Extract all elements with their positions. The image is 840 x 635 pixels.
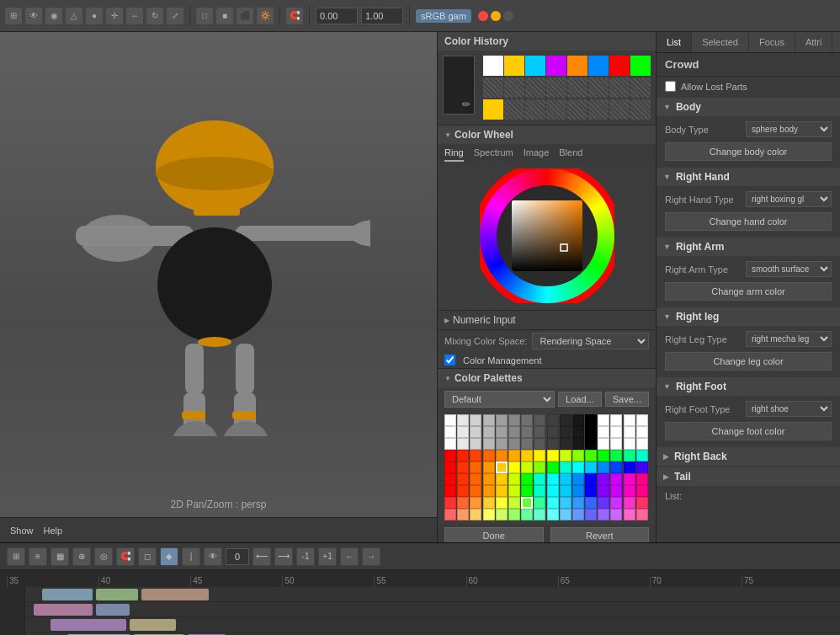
colorwheel-header[interactable]: ▼ Color Wheel — [438, 125, 656, 144]
allow-lost-parts-check[interactable] — [665, 81, 676, 92]
toolbar-icon-rotate[interactable]: ↻ — [146, 8, 163, 24]
right-hand-section-bar[interactable]: ▼ Right Hand — [657, 168, 840, 186]
pal-1-5[interactable] — [508, 426, 520, 438]
scale-input[interactable]: 1.00 — [361, 8, 403, 24]
toolbar-icon-snap[interactable]: 🧲 — [286, 8, 303, 24]
pal-1-2[interactable] — [470, 426, 481, 438]
pal-2-3[interactable] — [483, 438, 495, 450]
help-button[interactable]: Help — [40, 526, 66, 536]
pal-0-3[interactable] — [483, 414, 495, 426]
track-node-3[interactable] — [141, 589, 209, 600]
track-node-4[interactable] — [34, 604, 93, 616]
load-button[interactable]: Load... — [558, 392, 602, 407]
pal-7-7[interactable] — [534, 497, 545, 509]
pal-0-8[interactable] — [547, 414, 559, 426]
hist-empty-2[interactable] — [504, 77, 524, 98]
toolbar-icon-move[interactable]: ↔ — [126, 8, 143, 24]
pal-3-3[interactable] — [483, 450, 495, 462]
pal-8-12[interactable] — [598, 509, 609, 520]
transform-input[interactable]: 0.00 — [316, 8, 358, 24]
toolbar-icon-grid[interactable]: ⊞ — [5, 8, 22, 24]
pal-6-3[interactable] — [483, 485, 495, 497]
change-foot-color-button[interactable]: Change foot color — [665, 422, 832, 440]
hist-e10[interactable] — [525, 99, 545, 120]
pal-0-5[interactable] — [508, 414, 520, 426]
pal-2-0[interactable] — [444, 438, 456, 450]
done-button[interactable]: Done — [444, 527, 544, 542]
hist-e14[interactable] — [609, 99, 630, 120]
crowd-tab-list[interactable]: List — [657, 32, 692, 52]
pal-4-3[interactable] — [483, 462, 495, 473]
pal-0-13[interactable] — [610, 414, 622, 426]
pal-5-7[interactable] — [534, 473, 545, 485]
pal-5-9[interactable] — [560, 473, 572, 485]
track-node-6[interactable] — [51, 619, 126, 631]
pal-5-10[interactable] — [572, 473, 584, 485]
hist-green[interactable] — [630, 56, 651, 76]
pal-2-6[interactable] — [521, 438, 533, 450]
hist-empty-4[interactable] — [546, 77, 566, 98]
pal-7-11[interactable] — [585, 497, 597, 509]
traffic-yellow[interactable] — [491, 11, 501, 21]
pal-0-1[interactable] — [457, 414, 469, 426]
pal-1-11[interactable] — [585, 426, 597, 438]
pal-6-13[interactable] — [610, 485, 622, 497]
pal-7-10[interactable] — [572, 497, 584, 509]
pal-0-11[interactable] — [585, 414, 597, 426]
pal-6-8[interactable] — [547, 485, 559, 497]
tl-block-icon[interactable]: ▦ — [51, 547, 69, 566]
track-node-7[interactable] — [130, 619, 176, 631]
pal-5-14[interactable] — [624, 473, 635, 485]
pal-0-4[interactable] — [496, 414, 508, 426]
body-section-bar[interactable]: ▼ Body — [657, 98, 840, 116]
pal-2-13[interactable] — [610, 438, 622, 450]
viewport-canvas[interactable]: 2D Pan/Zoom : persp — [0, 32, 437, 517]
pal-1-6[interactable] — [521, 426, 533, 438]
hist-yellow[interactable] — [504, 56, 524, 76]
pal-8-8[interactable] — [547, 509, 559, 520]
pal-1-3[interactable] — [483, 426, 495, 438]
pal-8-7[interactable] — [534, 509, 545, 520]
mixing-select[interactable]: Rendering Space — [532, 333, 649, 350]
pal-6-7[interactable] — [534, 485, 545, 497]
color-history-header[interactable]: Color History — [438, 32, 656, 51]
timeline-tracks[interactable] — [25, 587, 840, 635]
crowd-tab-focus[interactable]: Focus — [749, 32, 795, 52]
hist-empty-3[interactable] — [525, 77, 545, 98]
toolbar-icon-cursor[interactable]: ✛ — [106, 8, 123, 24]
right-foot-section-bar[interactable]: ▼ Right Foot — [657, 377, 840, 396]
pal-8-9[interactable] — [560, 509, 572, 520]
current-color-swatch[interactable]: ✏ — [443, 56, 475, 115]
hist-orange[interactable] — [567, 56, 587, 76]
crowd-tab-selected[interactable]: Selected — [692, 32, 749, 52]
hist-e12[interactable] — [567, 99, 587, 120]
pal-3-9[interactable] — [560, 450, 572, 462]
pal-4-11[interactable] — [585, 462, 597, 473]
tail-section-bar[interactable]: ▶ Tail — [657, 467, 840, 486]
pal-8-10[interactable] — [572, 509, 584, 520]
pal-5-3[interactable] — [483, 473, 495, 485]
pal-0-6[interactable] — [521, 414, 533, 426]
right-foot-type-select[interactable]: right shoe — [746, 401, 832, 417]
pal-1-0[interactable] — [444, 426, 456, 438]
frame-number-input[interactable] — [226, 548, 249, 565]
pal-5-6[interactable] — [521, 473, 533, 485]
toolbar-icon-obj[interactable]: ◉ — [45, 8, 62, 24]
pal-2-14[interactable] — [624, 438, 635, 450]
pal-7-6-sel[interactable] — [521, 497, 533, 509]
hist-cyan[interactable] — [525, 56, 545, 76]
tab-ring[interactable]: Ring — [444, 147, 464, 162]
pal-3-10[interactable] — [572, 450, 584, 462]
pal-3-2[interactable] — [470, 450, 481, 462]
pal-7-14[interactable] — [624, 497, 635, 509]
tl-target-icon[interactable]: ◎ — [94, 547, 113, 566]
pal-1-4[interactable] — [496, 426, 508, 438]
pal-5-12[interactable] — [598, 473, 609, 485]
pal-5-8[interactable] — [547, 473, 559, 485]
tl-right-icon[interactable]: → — [362, 547, 380, 566]
pal-0-12[interactable] — [598, 414, 609, 426]
pal-7-9[interactable] — [560, 497, 572, 509]
right-leg-section-bar[interactable]: ▼ Right leg — [657, 307, 840, 326]
pal-8-3[interactable] — [483, 509, 495, 520]
pal-0-9[interactable] — [560, 414, 572, 426]
